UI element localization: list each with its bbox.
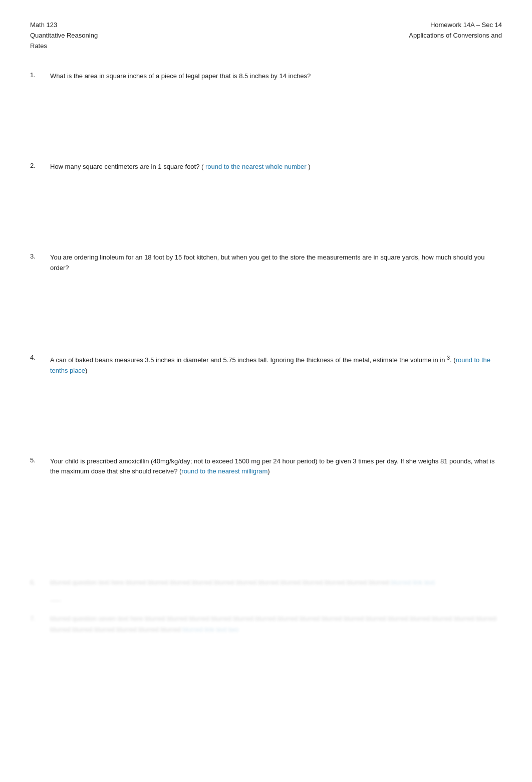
header-right: Homework 14A – Sec 14 Applications of Co…	[409, 20, 502, 51]
question-5: 5. Your child is prescribed amoxicillin …	[30, 456, 502, 477]
question-1-number: 1.	[30, 71, 50, 79]
question-4-number: 4.	[30, 354, 50, 361]
homework-subtitle: Applications of Conversions and	[409, 31, 502, 41]
page-header: Math 123 Quantitative Reasoning Rates Ho…	[30, 20, 502, 51]
question-2: 2. How many square centimeters are in 1 …	[30, 162, 502, 172]
course-topic: Rates	[30, 41, 98, 52]
course-name: Math 123	[30, 20, 98, 31]
question-3: 3. You are ordering linoleum for an 18 f…	[30, 252, 502, 274]
blurred-q7-link: blurred link text two	[182, 626, 238, 633]
question-4-text: A can of baked beans measures 3.5 inches…	[50, 354, 502, 376]
blurred-q6-link: blurred link text	[391, 579, 435, 586]
blurred-q6-text: blurred question text here blurred blurr…	[50, 577, 435, 588]
questions-list: 1. What is the area in square inches of …	[30, 71, 502, 477]
question-2-note: round to the nearest whole number	[205, 163, 307, 170]
blurred-section-6: 6. blurred question text here blurred bl…	[30, 577, 502, 635]
blurred-q6-number: 6.	[30, 577, 50, 588]
question-1-text: What is the area in square inches of a p…	[50, 71, 502, 82]
question-4: 4. A can of baked beans measures 3.5 inc…	[30, 354, 502, 376]
question-3-text: You are ordering linoleum for an 18 foot…	[50, 252, 502, 274]
question-3-number: 3.	[30, 252, 50, 260]
blurred-q7-text: blurred question seven text here blurred…	[50, 613, 502, 635]
question-2-number: 2.	[30, 162, 50, 169]
header-left: Math 123 Quantitative Reasoning Rates	[30, 20, 98, 51]
question-1: 1. What is the area in square inches of …	[30, 71, 502, 82]
question-5-text: Your child is prescribed amoxicillin (40…	[50, 456, 502, 477]
homework-title: Homework 14A – Sec 14	[409, 20, 502, 31]
blurred-q7-number: 7.	[30, 613, 50, 624]
page: Math 123 Quantitative Reasoning Rates Ho…	[0, 0, 532, 782]
question-2-text: How many square centimeters are in 1 squ…	[50, 162, 502, 172]
course-subtitle: Quantitative Reasoning	[30, 31, 98, 41]
question-5-note: round to the nearest milligram	[181, 467, 268, 475]
question-5-number: 5.	[30, 456, 50, 464]
